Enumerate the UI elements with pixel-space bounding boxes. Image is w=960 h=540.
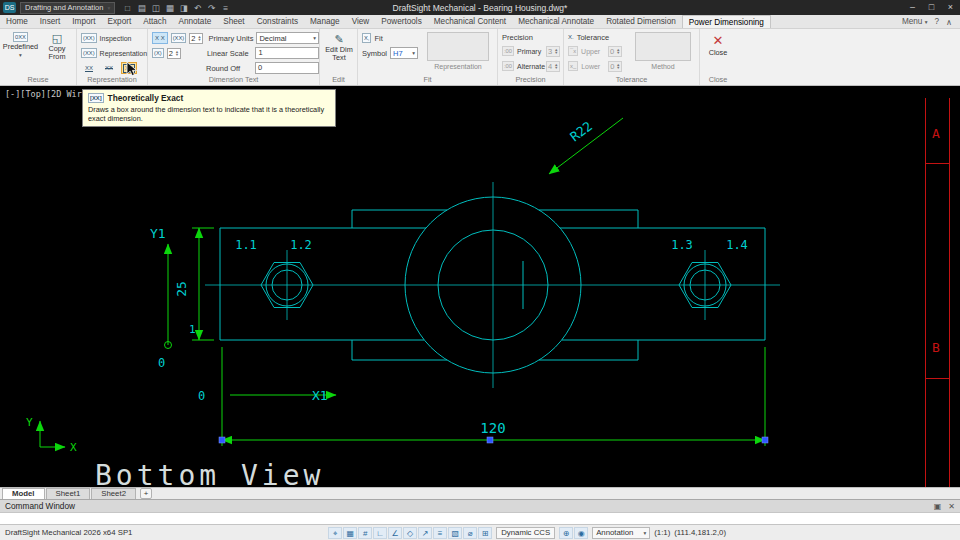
drawing-area[interactable]: [-][Top][2D Wireframe] A B xyxy=(0,86,960,487)
tooltip: [XX] Theoretically Exact Draws a box aro… xyxy=(82,89,336,127)
close-icon: ✕ xyxy=(713,34,724,48)
etrack-icon[interactable]: ↗ xyxy=(418,527,432,539)
representation-icon: (XX) xyxy=(81,48,97,58)
upper-tolerance-icon: ¯x xyxy=(568,46,578,56)
primary-precision-label: Primary xyxy=(517,48,543,55)
open-file-icon[interactable]: ▤ xyxy=(135,3,148,13)
chevron-down-icon: ▾ xyxy=(107,3,110,13)
ortho-icon[interactable]: ∟ xyxy=(373,527,387,539)
tab-sheet2[interactable]: Sheet2 xyxy=(91,488,136,499)
edit-dim-text-button[interactable]: ✎ Edit Dim Text xyxy=(322,33,356,62)
annotation-scale-icon[interactable]: ◉ xyxy=(574,527,588,539)
ribbon-tab-row: Home Insert Import Export Attach Annotat… xyxy=(0,15,960,29)
dynamic-ccs-button[interactable]: Dynamic CCS xyxy=(496,527,555,539)
close-power-dimensioning-button[interactable]: ✕ Close xyxy=(702,34,734,57)
fit-representation-label: Representation xyxy=(427,63,489,70)
copy-from-button[interactable]: ◱ Copy From xyxy=(40,32,74,61)
drawing-svg[interactable]: A B xyxy=(0,86,960,487)
predefined-button[interactable]: 0XX Predefined ▾ xyxy=(3,32,38,58)
annotation-dropdown[interactable]: Annotation ▾ xyxy=(592,527,650,539)
group-label-dimension-text: Dimension Text xyxy=(148,75,319,84)
tab-constraints[interactable]: Constraints xyxy=(251,15,304,28)
places-top-spinner[interactable]: 2▲▼ xyxy=(189,33,203,44)
linear-scale-input[interactable]: 1 xyxy=(255,47,319,59)
tab-rotated-dimension[interactable]: Rotated Dimension xyxy=(600,15,682,28)
ccs-icon[interactable]: ⊕ xyxy=(559,527,573,539)
help-button[interactable]: ? xyxy=(934,17,939,26)
primary-units-select[interactable]: Decimal▾ xyxy=(256,32,319,44)
close-panel-icon[interactable]: ✕ xyxy=(948,502,955,511)
add-sheet-button[interactable]: + xyxy=(140,488,152,499)
tab-mechanical-annotate[interactable]: Mechanical Annotate xyxy=(512,15,600,28)
round-off-input[interactable]: 0 xyxy=(255,62,319,74)
menu-button[interactable]: Menu ▾ xyxy=(902,17,928,26)
representation-checkbox[interactable]: Representation xyxy=(100,50,147,57)
minimize-button[interactable]: – xyxy=(903,0,922,15)
lower-tolerance-spinner[interactable]: 0▲▼ xyxy=(608,61,622,72)
tolerance-method-preview xyxy=(635,32,691,61)
tab-import[interactable]: Import xyxy=(66,15,101,28)
polar-icon[interactable]: ∠ xyxy=(388,527,402,539)
single-dimension-icon: (X) xyxy=(152,48,164,58)
ucs-y-label: Y xyxy=(26,416,33,429)
tab-export[interactable]: Export xyxy=(102,15,138,28)
new-file-icon[interactable]: □ xyxy=(121,3,134,13)
tab-sheet[interactable]: Sheet xyxy=(217,15,250,28)
tab-mechanical-content[interactable]: Mechanical Content xyxy=(428,15,512,28)
underline-dimension-button[interactable]: XX xyxy=(81,62,97,74)
tab-powertools[interactable]: Powertools xyxy=(375,15,428,28)
preview-icon[interactable]: ◨ xyxy=(177,3,190,13)
inspection-checkbox[interactable]: Inspection xyxy=(100,35,132,42)
print-icon[interactable]: ▦ xyxy=(163,3,176,13)
tab-insert[interactable]: Insert xyxy=(34,15,66,28)
fit-checkbox[interactable]: Fit xyxy=(374,34,382,43)
collapse-ribbon-button[interactable]: ∧ xyxy=(946,17,952,27)
alternate-precision-spinner[interactable]: 4▲▼ xyxy=(546,61,560,72)
lineweight-icon[interactable]: ≡ xyxy=(433,527,447,539)
float-panel-icon[interactable]: ▣ xyxy=(934,502,942,511)
tab-home[interactable]: Home xyxy=(0,15,34,28)
view-title: Bottom View xyxy=(95,459,324,487)
y-origin-label: 0 xyxy=(158,356,165,370)
dimension-text-toggle-button[interactable]: X X xyxy=(152,32,168,44)
esnap-icon[interactable]: ◇ xyxy=(403,527,417,539)
ribbon-group-close: ✕ Close Close xyxy=(700,29,736,85)
ribbon-group-dimension-text: X X (XX) 2▲▼ Primary Units Decimal▾ (X) … xyxy=(148,29,320,85)
copy-from-label: Copy From xyxy=(40,45,74,61)
close-window-button[interactable]: × xyxy=(941,0,960,15)
theoretically-exact-icon: [XX] xyxy=(88,93,104,103)
save-icon[interactable]: ◫ xyxy=(149,3,162,13)
tab-model[interactable]: Model xyxy=(2,488,45,499)
units-icon[interactable]: ⌀ xyxy=(463,527,477,539)
predefined-icon: 0XX xyxy=(13,32,28,42)
command-input[interactable] xyxy=(0,512,960,524)
pointer-icon[interactable]: ⌖ xyxy=(328,527,342,539)
primary-precision-spinner[interactable]: 3▲▼ xyxy=(546,46,560,57)
dimensions[interactable] xyxy=(165,118,766,446)
bearing-housing-geometry[interactable] xyxy=(205,182,780,388)
places-bottom-spinner[interactable]: 2▲▼ xyxy=(167,48,181,59)
dim-1-text: 1 xyxy=(189,323,196,336)
strike-dimension-button[interactable]: XX xyxy=(101,62,117,74)
tab-annotate[interactable]: Annotate xyxy=(172,15,217,28)
tab-manage[interactable]: Manage xyxy=(304,15,346,28)
tab-power-dimensioning[interactable]: Power Dimensioning xyxy=(682,15,771,28)
group-label-close: Close xyxy=(700,75,736,84)
tab-attach[interactable]: Attach xyxy=(137,15,172,28)
grid-icon[interactable]: ▦ xyxy=(343,527,357,539)
tab-sheet1[interactable]: Sheet1 xyxy=(46,488,91,499)
zone-letter-a: A xyxy=(932,126,940,141)
symbol-select[interactable]: H7▾ xyxy=(390,47,418,59)
y1-label: Y1 xyxy=(150,226,166,241)
group-label-tolerance: Tolerance xyxy=(564,75,699,84)
workspace-dropdown[interactable]: Drafting and Annotation ▾ xyxy=(20,2,115,14)
command-window-header[interactable]: Command Window ▣ ✕ xyxy=(0,499,960,512)
maximize-button[interactable]: □ xyxy=(922,0,941,15)
upper-tolerance-spinner[interactable]: 0▲▼ xyxy=(608,46,622,57)
dynamic-input-icon[interactable]: ⊞ xyxy=(478,527,492,539)
snap-icon[interactable]: # xyxy=(358,527,372,539)
tab-view[interactable]: View xyxy=(346,15,376,28)
dim-25-text: 25 xyxy=(174,281,189,297)
transparency-icon[interactable]: ▧ xyxy=(448,527,462,539)
lower-tolerance-label: Lower xyxy=(581,63,605,70)
